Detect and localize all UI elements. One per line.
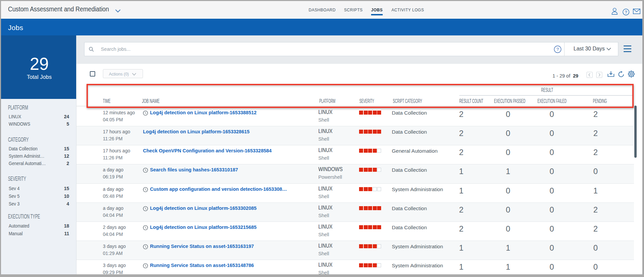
svg-text:?: ? bbox=[625, 10, 627, 15]
svg-text:?: ? bbox=[556, 47, 559, 52]
